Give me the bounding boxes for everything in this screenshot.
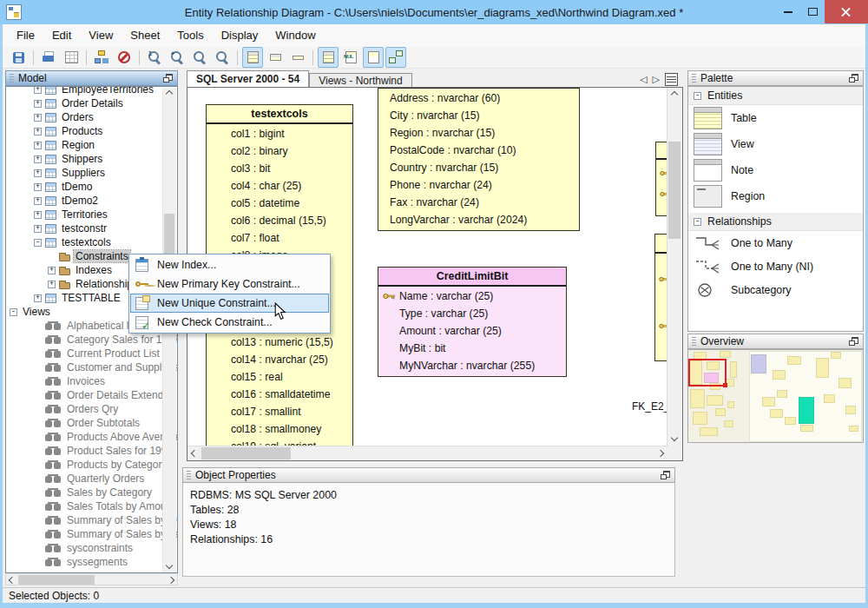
zoom-tool-button[interactable] <box>212 47 233 68</box>
tree-item[interactable]: Current Product List <box>6 347 177 360</box>
collapse-icon[interactable] <box>694 92 701 100</box>
tree-item[interactable]: Order Details Extended <box>6 388 177 402</box>
menu-item[interactable]: Edit <box>43 26 80 45</box>
expand-toggle[interactable] <box>34 142 42 149</box>
palette-item[interactable]: Region <box>688 183 863 209</box>
tab-scroll-right-icon[interactable]: ▷ <box>652 74 659 85</box>
palette-item[interactable]: View <box>688 131 863 157</box>
save-button[interactable] <box>8 47 29 68</box>
toolbar-button[interactable] <box>33 50 34 65</box>
scroll-up-icon[interactable] <box>671 91 678 98</box>
expand-toggle[interactable] <box>34 114 42 122</box>
diagram-tab[interactable]: SQL Server 2000 - 54 <box>187 70 309 87</box>
show-columns-button[interactable] <box>318 47 339 68</box>
canvas-vscroll-thumb[interactable] <box>668 142 681 239</box>
context-menu-item[interactable]: New Check Constraint... <box>130 313 329 332</box>
toolbar-button[interactable] <box>237 50 238 65</box>
tab-list-icon[interactable] <box>665 73 678 86</box>
show-nullability-button[interactable]: NUL <box>340 47 361 68</box>
toolbar-button[interactable] <box>312 50 313 65</box>
tree-item[interactable]: Suppliers <box>6 166 177 180</box>
tree-item[interactable]: Sales Totals by Amount <box>6 499 177 513</box>
expand-toggle[interactable] <box>34 197 42 205</box>
show-header-button[interactable] <box>363 47 384 68</box>
tree-item[interactable]: Product Sales for 1997 <box>6 444 177 458</box>
tree-item[interactable]: Orders <box>6 110 177 124</box>
tree-item[interactable]: Summary of Sales by Qu <box>6 513 177 527</box>
tree-item[interactable]: Orders Qry <box>6 402 177 416</box>
palette-section-relationships[interactable]: Relationships <box>688 213 863 231</box>
expand-toggle[interactable] <box>34 169 42 177</box>
canvas-vertical-scrollbar[interactable] <box>667 88 682 446</box>
palette-item[interactable]: One to Many (NI) <box>688 254 863 278</box>
scroll-down-icon[interactable] <box>166 562 173 569</box>
tree-item[interactable]: EmployeeTerritories <box>6 86 177 96</box>
canvas-hscroll-thumb[interactable] <box>201 447 291 459</box>
canvas-horizontal-scrollbar[interactable] <box>187 446 667 461</box>
tree-item[interactable]: Customer and Suppliers l <box>6 360 177 374</box>
zoom-out-button[interactable]: - <box>189 47 210 68</box>
expand-toggle[interactable] <box>34 239 42 247</box>
float-panel-icon[interactable] <box>661 471 670 479</box>
menu-item[interactable]: Display <box>213 26 267 45</box>
menu-item[interactable]: View <box>80 26 122 45</box>
print-preview-button[interactable] <box>61 47 82 68</box>
menu-item[interactable]: File <box>8 26 43 45</box>
context-menu-item[interactable]: New Primary Key Constraint... <box>130 274 329 294</box>
tree-item[interactable]: syssegments <box>6 555 177 569</box>
expand-toggle[interactable] <box>34 183 42 191</box>
view-compact-button[interactable] <box>265 47 286 68</box>
view-full-button[interactable] <box>242 47 263 68</box>
zoom-100-button[interactable]: 1 <box>144 47 165 68</box>
tab-scroll-left-icon[interactable]: ◁ <box>640 74 647 85</box>
expand-toggle[interactable] <box>34 100 42 108</box>
palette-item[interactable]: Note <box>688 157 863 183</box>
tree-item[interactable]: Products Above Average <box>6 430 177 444</box>
expand-toggle[interactable] <box>34 128 42 135</box>
view-title-only-button[interactable] <box>287 47 308 68</box>
toolbar-button[interactable] <box>139 50 140 65</box>
tree-item[interactable]: testextcols <box>6 235 177 249</box>
tree-item[interactable]: sysconstraints <box>6 541 177 555</box>
expand-toggle[interactable] <box>34 155 42 163</box>
scroll-right-icon[interactable] <box>657 450 664 457</box>
scroll-down-icon[interactable] <box>671 434 678 441</box>
float-panel-icon[interactable] <box>849 337 858 346</box>
palette-section-entities[interactable]: Entities <box>688 87 863 105</box>
zoom-in-button[interactable]: + <box>167 47 187 68</box>
scroll-right-icon[interactable] <box>168 577 174 584</box>
expand-toggle[interactable] <box>48 281 56 288</box>
scroll-left-icon[interactable] <box>191 450 198 457</box>
scroll-left-icon[interactable] <box>9 577 16 584</box>
tree-item[interactable]: Products <box>6 124 177 138</box>
expand-toggle[interactable] <box>10 308 17 316</box>
tree-item[interactable]: Products by Category <box>6 458 177 472</box>
expand-toggle[interactable] <box>34 86 42 94</box>
tree-item[interactable]: Quarterly Orders <box>6 472 177 486</box>
table-creditlimitbit[interactable]: CreditLimitBit Name : varchar (25) Type … <box>378 267 567 377</box>
scroll-up-icon[interactable] <box>166 90 173 97</box>
menu-item[interactable]: Tools <box>168 26 212 45</box>
diagram-tab[interactable]: Views - Northwind <box>309 73 411 87</box>
overview-minimap[interactable] <box>687 349 864 443</box>
auto-layout-button[interactable] <box>91 47 112 68</box>
tree-item[interactable]: tDemo2 <box>6 194 177 208</box>
tree-item[interactable]: Region <box>6 138 177 152</box>
float-panel-icon[interactable] <box>163 74 173 83</box>
collapse-icon[interactable] <box>694 218 701 226</box>
tree-item[interactable]: Shippers <box>6 152 177 166</box>
close-button[interactable] <box>825 0 868 23</box>
expand-toggle[interactable] <box>34 294 42 302</box>
tree-item[interactable]: Order Details <box>6 96 177 110</box>
tree-item[interactable]: Order Subtotals <box>6 416 177 430</box>
tree-item[interactable]: tDemo <box>6 180 177 194</box>
tree-item[interactable]: Category Sales for 1997 <box>6 333 177 347</box>
palette-item[interactable]: Table <box>688 105 863 131</box>
tree-item[interactable]: Invoices <box>6 374 177 388</box>
table-top-clipped[interactable]: Address : nvarchar (60) City : nvarchar … <box>378 87 580 231</box>
restrict-button[interactable] <box>114 47 135 68</box>
tree-item[interactable]: testconstr <box>6 221 177 235</box>
menu-item[interactable]: Window <box>266 26 324 45</box>
expand-toggle[interactable] <box>48 267 56 274</box>
maximize-button[interactable] <box>800 0 825 23</box>
